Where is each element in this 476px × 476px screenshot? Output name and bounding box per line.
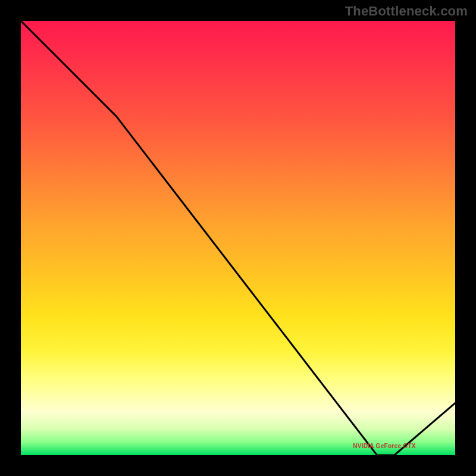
heat-gradient-background — [21, 21, 455, 455]
plot-area: NVIDIA GeForce GTX — [21, 21, 455, 455]
watermark-text: TheBottleneck.com — [345, 4, 468, 19]
chart-frame: TheBottleneck.com NVIDIA GeForce GTX — [0, 0, 476, 476]
